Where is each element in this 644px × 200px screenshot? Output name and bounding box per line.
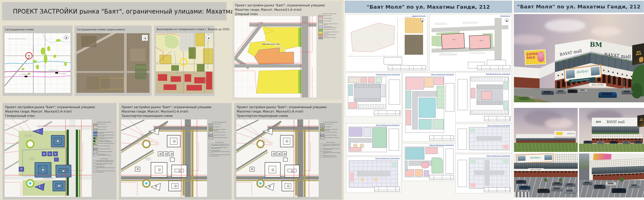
sheet-parking-b: План автостоянки на отм. -4,200. Блок Б xyxy=(455,72,512,122)
legend-swatch xyxy=(93,126,98,128)
rock xyxy=(534,99,542,102)
parking-stalls xyxy=(471,77,509,81)
explication-row: 1Проектируемый торговый центр с подземны… xyxy=(320,144,341,147)
legend-row: Линия застройки xyxy=(93,126,115,128)
explication-row: 1Проектируемый торговый центр с подземны… xyxy=(209,144,230,146)
parking-stalls xyxy=(477,101,502,105)
hall-fan xyxy=(432,158,443,173)
legend-swatch xyxy=(318,31,323,34)
general-plan-art xyxy=(5,119,92,197)
billboard-dog xyxy=(639,57,643,62)
fascia: BAYAT mall ВМ xyxy=(592,118,639,126)
rooms xyxy=(433,119,444,129)
reference-plan-map: Территория рынка "Баят" xyxy=(234,16,316,97)
title-block xyxy=(484,116,510,121)
notes-table xyxy=(384,57,402,64)
explication-title: Экспликация xyxy=(320,142,341,143)
car xyxy=(555,90,566,94)
legend-title: Условные обозначения xyxy=(318,13,340,14)
legend-swatch xyxy=(209,126,213,128)
kiosk-marker: 2 xyxy=(49,153,51,155)
legend-row: Проектируемые общественные комплексы xyxy=(93,135,115,137)
rooms xyxy=(470,183,476,187)
legend-row: Граница участка проектируемого объекта xyxy=(318,26,340,28)
street-label: ул. Максат xyxy=(33,46,34,53)
legend-row: Зеленая линия xyxy=(318,20,340,23)
compass-box xyxy=(205,35,211,41)
caption-line: Махатма ганди, Максат, Мыскал(1-й этап) xyxy=(5,109,95,114)
sheet-title: План 2-го этажа на отм. +5,400. Блок А xyxy=(376,124,400,126)
court-circle xyxy=(374,177,378,181)
car xyxy=(583,182,592,185)
legend-swatch xyxy=(318,15,323,17)
panel-transport-scheme-2: Проект застройки рынка "Баят", ограничен… xyxy=(234,103,342,199)
rooms xyxy=(350,172,354,182)
sheet-parking-a: План автостоянки на отм. -4,200. Блок А xyxy=(345,73,402,117)
main-title-bar: ПРОЕКТ ЗАСТРОЙКИ рынка "Баят", ограничен… xyxy=(2,2,227,20)
park-label: Парк имени Героев Советского Союза xyxy=(135,66,148,69)
renders-board: "Баят Молл" по ул. Махатмы Ганди, 212 xyxy=(514,0,644,200)
masterplan-extract-map xyxy=(156,33,213,93)
title-block xyxy=(484,187,510,192)
lawn xyxy=(514,143,578,152)
kiosk-marker: 2 xyxy=(54,153,56,155)
title-block xyxy=(388,65,426,70)
lawn xyxy=(579,144,644,152)
legend-swatch xyxy=(209,135,213,137)
car xyxy=(552,182,563,185)
sheet-title: План 4-го этажа на отм. +15,000. Блок А xyxy=(375,158,400,159)
legend-row: Красная линия xyxy=(318,15,340,17)
parking-stalls xyxy=(477,85,502,89)
big-sale-text: BIG SALE xyxy=(634,50,643,56)
rooms xyxy=(349,147,361,151)
rooms xyxy=(424,77,434,87)
rock xyxy=(529,96,534,98)
general-plan-legend: Условные обозначения Красная линия Линия… xyxy=(93,121,115,174)
small-tree xyxy=(559,178,562,182)
legend-row: Зеленые насаждения специального назначен… xyxy=(93,140,115,142)
legend-swatch xyxy=(93,146,98,148)
street-label: ул. Салиева xyxy=(59,73,66,74)
title-block xyxy=(374,187,400,192)
legend-row: Красная линия xyxy=(93,124,115,126)
kiosk-marker: 3 xyxy=(284,153,286,155)
rooms xyxy=(415,169,423,176)
renders-board-title: "Баят Молл" по ул. Махатмы Ганди, 212 xyxy=(517,4,641,10)
legend-row: Проектируемая зелень xyxy=(318,29,340,31)
kiosk-marker: 2 xyxy=(273,153,275,155)
bm-logo: ВМ xyxy=(590,41,603,49)
rooms xyxy=(503,82,508,90)
legend-row: Гостевые автостоянки xyxy=(320,132,341,134)
sheet-title: План 1-го этажа на отм. 0,000. Блок А xyxy=(431,74,454,75)
panel-caption: Проект застройки рынка "Баят", ограничен… xyxy=(5,105,95,118)
car xyxy=(606,182,616,186)
legend-swatch xyxy=(320,126,325,128)
legend-row: Парковки автостоянок xyxy=(320,135,341,137)
caption-line: Проект застройки рынка "Баят", ограничен… xyxy=(237,105,327,109)
aerial-photo: Парк имени Героев Советского Союза xyxy=(77,33,149,93)
fascia-low xyxy=(516,134,554,138)
caption-line: Проект застройки рынка "Баят", ограничен… xyxy=(5,105,95,109)
legend-row: Временные автостоянки xyxy=(93,148,115,150)
legend-swatch xyxy=(209,137,213,139)
kiosk-marker: 3 xyxy=(171,153,173,155)
explication-row: 3Проектируемый многофункциональный компл… xyxy=(93,166,115,170)
parking-stalls xyxy=(355,98,380,102)
explication-row: 3Проектируемый многофункциональный компл… xyxy=(320,151,341,154)
legend-swatch xyxy=(93,135,98,137)
legend-swatch xyxy=(320,129,325,131)
legend-row: Зеленые насаждения (газоны) xyxy=(93,143,115,145)
legend-swatch xyxy=(93,143,98,145)
corridor xyxy=(474,170,505,175)
situational-map-art xyxy=(5,33,70,93)
corridor xyxy=(409,161,433,166)
render-arcade-parking xyxy=(579,153,644,197)
building-marker: 1 xyxy=(42,169,44,171)
rooms xyxy=(406,91,411,108)
explication-table xyxy=(458,79,467,110)
rooms xyxy=(360,77,367,83)
plan-outline xyxy=(405,147,444,177)
building-marker: 1 xyxy=(272,169,274,171)
caption-subtitle: Транспортно-пешеходная схема xyxy=(237,114,327,118)
car xyxy=(516,180,526,184)
